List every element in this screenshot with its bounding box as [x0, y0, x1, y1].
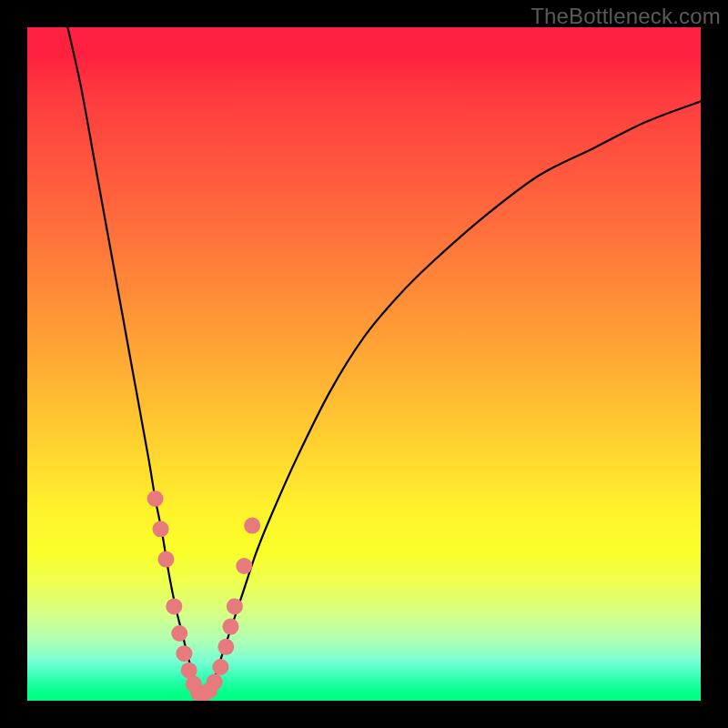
- highlight-marker: [227, 598, 243, 614]
- highlight-marker: [171, 625, 187, 642]
- highlight-markers: [147, 490, 261, 701]
- highlight-marker: [244, 518, 260, 534]
- highlight-marker: [212, 659, 228, 675]
- left-curve: [67, 27, 202, 694]
- highlight-marker: [222, 619, 238, 635]
- highlight-marker: [217, 639, 234, 655]
- curves-svg: [27, 27, 701, 701]
- highlight-marker: [176, 645, 192, 662]
- watermark-text: TheBottleneck.com: [531, 4, 721, 29]
- highlight-marker: [147, 490, 164, 507]
- chart-container: TheBottleneck.com: [0, 0, 728, 728]
- highlight-marker: [207, 673, 223, 690]
- plot-area: [27, 27, 701, 701]
- highlight-marker: [166, 598, 182, 614]
- highlight-marker: [157, 551, 174, 568]
- highlight-marker: [153, 521, 169, 537]
- right-curve: [202, 101, 701, 693]
- highlight-marker: [236, 558, 252, 574]
